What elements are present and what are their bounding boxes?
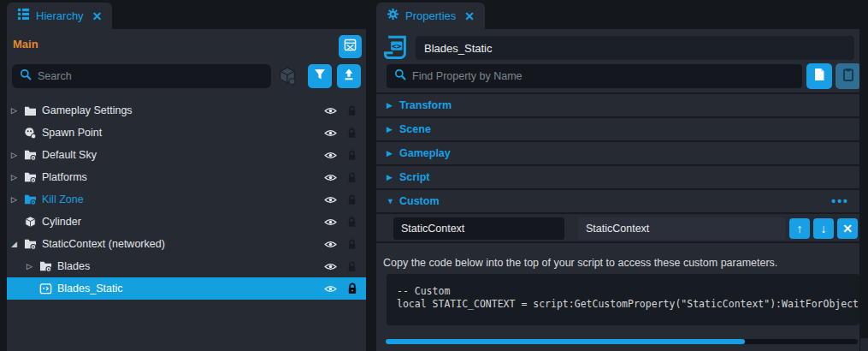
upload-button[interactable]: [337, 64, 361, 88]
expander-collapsed-icon[interactable]: ▷: [11, 151, 24, 159]
lock-icon[interactable]: [341, 128, 363, 139]
move-property-down-button[interactable]: ↓: [813, 218, 834, 239]
filter-funnel-icon: [314, 68, 326, 84]
lock-locked-icon[interactable]: [341, 283, 363, 294]
folder-badge-icon: [24, 171, 42, 183]
lock-icon[interactable]: [341, 194, 363, 205]
visibility-eye-icon[interactable]: [320, 106, 341, 116]
section-script[interactable]: ▶ Script: [376, 166, 859, 190]
script-object-icon: <>: [383, 35, 411, 62]
search-icon: [20, 68, 32, 84]
delete-property-button[interactable]: ✕: [837, 218, 858, 239]
gear-icon: [387, 8, 399, 24]
expander-collapsed-icon[interactable]: ▷: [11, 106, 24, 115]
code-line: local STATIC_CONTEXT = script:GetCustomP…: [397, 298, 849, 311]
visibility-eye-icon[interactable]: [320, 151, 341, 160]
section-custom[interactable]: ▼ Custom •••: [376, 190, 859, 214]
folder-icon: [24, 105, 42, 116]
editor-window: Hierarchy ✕ Properties ✕ Main: [0, 0, 868, 351]
lock-icon[interactable]: [341, 172, 363, 183]
tree-row-blades-static[interactable]: Blades_Static: [7, 277, 366, 300]
paste-clipboard-icon: [842, 68, 854, 85]
tree-row-label: Blades_Static: [57, 283, 320, 294]
properties-panel: <> ▶ Transform ▶ Scene: [376, 29, 859, 351]
object-name-input[interactable]: [416, 36, 854, 60]
code-snippet-block[interactable]: -- Custom local STATIC_CONTEXT = script:…: [387, 274, 859, 325]
lock-icon[interactable]: [341, 105, 363, 116]
triangle-right-icon: ▶: [387, 125, 399, 134]
tab-hierarchy-label: Hierarchy: [36, 9, 84, 22]
arrow-up-icon: ↑: [797, 222, 803, 235]
static-script-icon: [39, 283, 57, 295]
tree-row-platforms[interactable]: ▷ Platforms: [7, 166, 366, 188]
visibility-eye-icon[interactable]: [320, 195, 341, 205]
tree-row-cylinder[interactable]: Cylinder: [7, 211, 366, 233]
level-settings-button[interactable]: [339, 35, 362, 58]
tree-row-blades[interactable]: ▷ Blades: [7, 255, 366, 277]
custom-property-value-input[interactable]: [578, 217, 785, 240]
search-icon: [394, 68, 406, 84]
visibility-eye-icon[interactable]: [320, 284, 341, 294]
bottom-right-panel-corner: [860, 338, 868, 351]
visibility-eye-icon[interactable]: [320, 262, 341, 271]
tab-properties[interactable]: Properties ✕: [376, 3, 485, 29]
copy-document-icon: [813, 68, 825, 85]
expander-collapsed-icon[interactable]: ▷: [27, 262, 39, 271]
tree-row-staticcontext[interactable]: ◢ StaticContext (networked): [7, 233, 366, 255]
tree-row-label: Cylinder: [42, 216, 320, 228]
tab-properties-label: Properties: [405, 9, 456, 22]
section-label: Script: [399, 171, 849, 183]
copy-properties-button[interactable]: [806, 63, 832, 89]
tree-row-spawn-point[interactable]: Spawn Point: [7, 122, 366, 144]
tree-row-label: Kill Zone: [42, 193, 320, 205]
hierarchy-tree: ▷ Gameplay Settings Spawn Point ▷: [7, 99, 366, 300]
folder-badge-icon: [39, 260, 57, 272]
divider: [376, 241, 859, 243]
close-icon[interactable]: ✕: [92, 10, 103, 22]
tree-row-default-sky[interactable]: ▷ Default Sky: [7, 144, 366, 166]
lock-icon[interactable]: [341, 150, 363, 161]
triangle-right-icon: ▶: [387, 149, 399, 158]
lock-icon[interactable]: [341, 217, 363, 228]
move-property-up-button[interactable]: ↑: [789, 218, 810, 239]
section-transform[interactable]: ▶ Transform: [376, 94, 859, 118]
visibility-eye-icon[interactable]: [320, 240, 341, 249]
scrollbar-thumb[interactable]: [386, 339, 745, 344]
lock-icon[interactable]: [341, 239, 363, 250]
visibility-eye-icon[interactable]: [320, 128, 341, 138]
filter-button[interactable]: [308, 64, 332, 88]
tree-row-label: Spawn Point: [42, 127, 320, 139]
more-options-icon[interactable]: •••: [831, 194, 849, 208]
tree-row-kill-zone[interactable]: ▷ Kill Zone: [7, 188, 366, 211]
lock-icon[interactable]: [341, 261, 363, 272]
tree-row-label: Default Sky: [42, 149, 320, 161]
property-search-input[interactable]: [412, 70, 794, 82]
expander-expanded-icon[interactable]: ◢: [11, 240, 24, 248]
hierarchy-panel: Main ▷: [7, 29, 366, 351]
expander-collapsed-icon[interactable]: ▷: [11, 173, 24, 181]
object-cube-icon[interactable]: [278, 67, 297, 86]
section-gameplay[interactable]: ▶ Gameplay: [376, 142, 859, 166]
folder-badge-icon-blue: [24, 193, 42, 205]
hierarchy-search-input[interactable]: [38, 70, 263, 82]
paste-properties-button[interactable]: [836, 63, 859, 89]
x-icon: ✕: [842, 222, 853, 235]
horizontal-scrollbar[interactable]: [386, 339, 858, 344]
visibility-eye-icon[interactable]: [320, 217, 341, 227]
custom-property-name-input[interactable]: [393, 217, 564, 240]
arrow-down-icon: ↓: [821, 222, 827, 235]
section-label: Scene: [399, 123, 849, 135]
tree-row-label: StaticContext (networked): [42, 238, 320, 250]
scene-name-label: Main: [13, 38, 38, 51]
svg-text:<>: <>: [392, 41, 402, 51]
expander-collapsed-icon[interactable]: ▷: [11, 195, 24, 204]
section-scene[interactable]: ▶ Scene: [376, 118, 859, 142]
level-icon: [344, 39, 357, 55]
spawn-point-icon: [24, 127, 42, 140]
property-sections: ▶ Transform ▶ Scene ▶ Gameplay ▶ Script …: [376, 92, 859, 214]
tab-hierarchy[interactable]: Hierarchy ✕: [7, 3, 112, 29]
cube-icon: [24, 216, 42, 229]
visibility-eye-icon[interactable]: [320, 173, 341, 182]
tree-row-gameplay-settings[interactable]: ▷ Gameplay Settings: [7, 99, 366, 122]
close-icon[interactable]: ✕: [464, 10, 475, 22]
